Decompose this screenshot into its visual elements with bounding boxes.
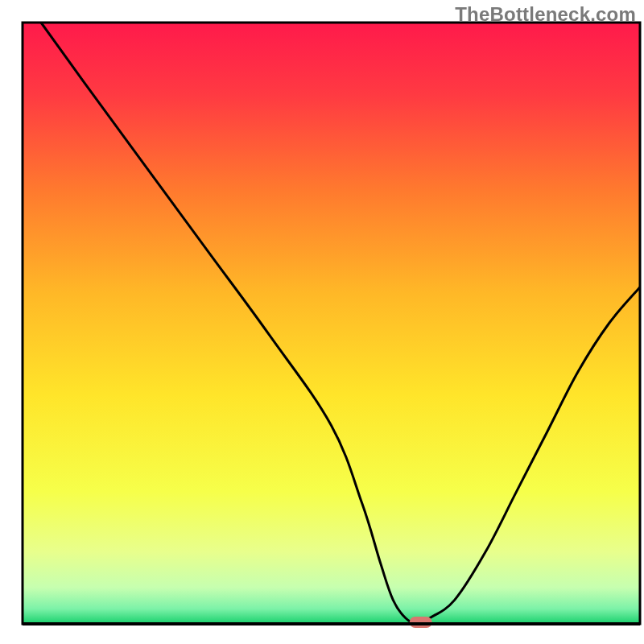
bottleneck-chart: TheBottleneck.com — [0, 0, 644, 644]
chart-svg — [0, 0, 644, 644]
watermark-text: TheBottleneck.com — [455, 3, 636, 26]
chart-gradient-background — [23, 23, 640, 624]
